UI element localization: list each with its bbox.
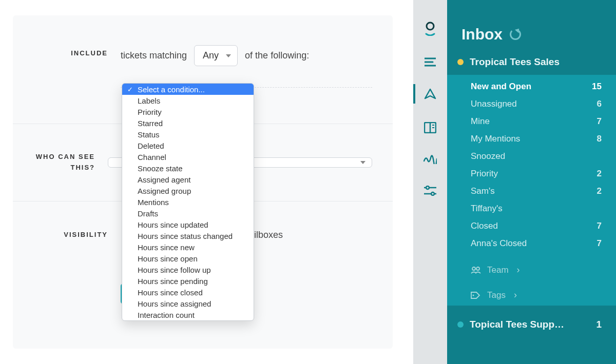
condition-option[interactable]: Hours since pending (122, 275, 254, 287)
team-icon (471, 267, 481, 274)
condition-option-label: Hours since new (138, 243, 195, 252)
folder-list: New and Open15Unassigned6Mine7My Mention… (447, 75, 616, 255)
condition-option-label: Hours since follow up (138, 266, 211, 274)
refresh-icon[interactable] (510, 29, 521, 40)
mailbox-name: Topical Tees Supp… (470, 319, 564, 330)
condition-option[interactable]: Mentions (122, 196, 254, 208)
condition-option[interactable]: Assigned agent (122, 174, 254, 185)
folder-label: Priority (471, 169, 498, 179)
who-can-see-label: WHO CAN SEE THIS? (33, 152, 108, 173)
folder-label: Snoozed (471, 151, 505, 161)
svg-point-11 (473, 294, 474, 296)
status-dot-icon (457, 59, 464, 65)
folder-count: 7 (597, 238, 602, 249)
folder-count: 2 (597, 186, 602, 196)
condition-option[interactable]: Hours since status changed (122, 230, 254, 241)
svg-point-0 (427, 23, 434, 30)
condition-option[interactable]: Hours since follow up (122, 264, 254, 275)
folder-label: New and Open (471, 82, 531, 92)
condition-dropdown-menu: ✓Select a condition...LabelsPriorityStar… (122, 83, 254, 321)
nav-rail (413, 0, 447, 364)
condition-option[interactable]: Hours since updated (122, 219, 254, 230)
tags-label: Tags (487, 290, 506, 300)
status-dot-icon (457, 321, 464, 328)
condition-option[interactable]: Snooze state (122, 163, 254, 174)
condition-option-label: Snooze state (138, 164, 183, 173)
folder-label: Mine (471, 116, 490, 127)
include-label: INCLUDE (33, 45, 121, 59)
condition-option-label: Status (138, 130, 160, 139)
folder-label: Unassigned (471, 99, 517, 109)
condition-option[interactable]: Labels (122, 95, 254, 106)
menu-icon[interactable] (413, 57, 447, 67)
condition-option-label: Drafts (138, 209, 158, 218)
mailbox-tropical-sales[interactable]: Tropical Tees Sales (447, 49, 616, 75)
chevron-down-icon (226, 54, 231, 57)
tags-link[interactable]: Tags (471, 290, 602, 300)
folder-item[interactable]: Priority2 (447, 165, 616, 183)
folder-count: 2 (597, 169, 602, 179)
send-icon[interactable] (413, 88, 447, 100)
condition-option-label: Interaction count (138, 311, 195, 319)
folder-item[interactable]: Sam's2 (447, 183, 616, 200)
condition-option[interactable]: Status (122, 129, 254, 140)
settings-icon[interactable] (413, 186, 447, 196)
folder-item[interactable]: Anna's Closed7 (447, 235, 616, 252)
folder-item[interactable]: Snoozed (447, 148, 616, 165)
folder-label: Anna's Closed (471, 238, 527, 249)
condition-option[interactable]: ✓Select a condition... (122, 84, 254, 95)
match-mode-value: Any (203, 50, 219, 61)
condition-option[interactable]: Starred (122, 117, 254, 129)
inbox-header: Inbox (447, 0, 616, 49)
condition-option[interactable]: Hours since assigned (122, 298, 254, 309)
folder-count: 7 (597, 116, 602, 127)
condition-option[interactable]: Hours since closed (122, 287, 254, 298)
mailbox-topical-support[interactable]: Topical Tees Supp… 1 (447, 306, 616, 330)
condition-option-label: Hours since updated (138, 220, 208, 229)
include-content: tickets matching Any of the following: (121, 45, 372, 66)
condition-option[interactable]: Deleted (122, 140, 254, 151)
condition-option[interactable]: Priority (122, 106, 254, 117)
folder-item[interactable]: My Mentions8 (447, 130, 616, 148)
condition-option-label: Labels (138, 96, 160, 105)
condition-option-label: Hours since open (138, 254, 198, 263)
condition-option-label: Assigned group (138, 187, 191, 195)
folder-item[interactable]: Unassigned6 (447, 95, 616, 113)
settings-form: INCLUDE tickets matching Any of the foll… (13, 15, 393, 349)
condition-option[interactable]: Hours since open (122, 253, 254, 264)
check-icon: ✓ (127, 86, 133, 93)
svg-point-10 (476, 267, 479, 270)
folder-item[interactable]: Tiffany's (447, 200, 616, 217)
match-mode-select[interactable]: Any (194, 45, 238, 66)
folder-count: 6 (597, 99, 602, 109)
include-post-text: of the following: (245, 50, 309, 61)
include-row: INCLUDE tickets matching Any of the foll… (13, 15, 393, 87)
sub-links: Team Tags (447, 255, 616, 306)
activity-icon[interactable] (413, 155, 447, 164)
condition-option[interactable]: Drafts (122, 208, 254, 219)
condition-option[interactable]: Assigned group (122, 185, 254, 196)
folder-item[interactable]: Mine7 (447, 113, 616, 130)
condition-option-label: Assigned agent (138, 175, 190, 184)
condition-option-label: Priority (138, 108, 162, 116)
svg-point-9 (472, 267, 475, 270)
condition-option[interactable]: Interaction count (122, 309, 254, 320)
condition-option[interactable]: Hours since new (122, 241, 254, 253)
folder-item[interactable]: New and Open15 (447, 78, 616, 95)
team-label: Team (487, 265, 509, 275)
book-icon[interactable] (413, 122, 447, 133)
tag-icon (471, 292, 481, 299)
folder-count: 8 (597, 134, 602, 144)
team-link[interactable]: Team (471, 265, 602, 275)
condition-option[interactable]: Channel (122, 151, 254, 163)
condition-option-label: Hours since closed (138, 288, 203, 297)
condition-option-label: Hours since pending (138, 277, 208, 286)
svg-point-8 (431, 192, 434, 195)
condition-option-label: Mentions (138, 198, 169, 207)
folder-item[interactable]: Closed7 (447, 217, 616, 235)
chevron-down-icon (360, 161, 365, 164)
folder-label: Closed (471, 221, 498, 231)
mailbox-count: 1 (596, 319, 602, 330)
condition-option-label: Deleted (138, 141, 164, 150)
logo-icon[interactable] (413, 22, 447, 36)
